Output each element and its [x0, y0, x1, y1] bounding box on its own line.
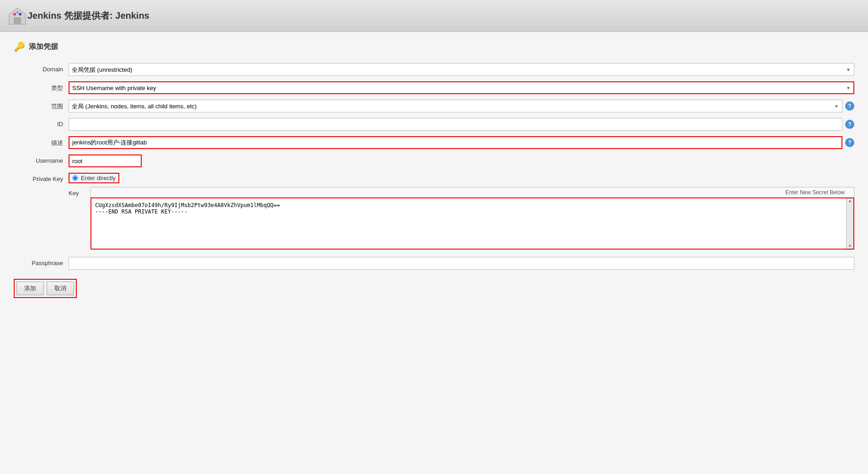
svg-point-3	[16, 11, 18, 13]
username-row: Username	[14, 154, 854, 167]
key-sublabel: Key	[69, 187, 87, 197]
svg-point-5	[16, 15, 18, 17]
jenkins-logo	[7, 6, 27, 26]
scope-select[interactable]: 全局 (Jenkins, nodes, items, all child ite…	[69, 100, 842, 112]
enter-directly-label: Enter directly	[81, 175, 116, 181]
private-key-content: Enter directly Key Enter New Secret Belo…	[69, 173, 854, 250]
id-help-button[interactable]: ?	[845, 120, 854, 129]
type-row: 类型 SSH Username with private key	[14, 81, 854, 94]
username-control	[69, 154, 854, 167]
id-label: ID	[14, 118, 69, 128]
page-header: Jenkins 凭据提供者: Jenkins	[0, 0, 868, 32]
section-heading: 🔑 添加凭据	[14, 41, 854, 52]
svg-rect-1	[14, 17, 21, 24]
type-label: 类型	[14, 81, 69, 92]
key-area-container: Enter New Secret Below ▲ ▼	[91, 187, 854, 250]
key-textarea[interactable]	[91, 198, 853, 249]
enter-new-secret-header: Enter New Secret Below	[91, 187, 854, 197]
private-key-label: Private Key	[14, 173, 69, 182]
svg-point-4	[19, 13, 21, 16]
domain-select-wrapper: 全局凭据 (unrestricted)	[69, 63, 854, 76]
id-control: ?	[69, 118, 854, 131]
enter-directly-radio[interactable]	[72, 175, 78, 181]
domain-select[interactable]: 全局凭据 (unrestricted)	[69, 63, 854, 76]
domain-control: 全局凭据 (unrestricted)	[69, 63, 854, 76]
add-button[interactable]: 添加	[16, 282, 44, 295]
enter-directly-option: Enter directly	[69, 173, 854, 183]
id-input[interactable]	[69, 118, 842, 131]
section-title: 添加凭据	[29, 42, 58, 52]
description-help-button[interactable]: ?	[845, 138, 854, 147]
username-label: Username	[14, 154, 69, 164]
id-row: ID ?	[14, 118, 854, 131]
enter-new-secret-label: Enter New Secret Below	[785, 189, 845, 196]
description-label: 描述	[14, 136, 69, 147]
passphrase-row: Passphrase	[14, 257, 854, 270]
svg-point-2	[13, 13, 16, 16]
key-sub-row: Key Enter New Secret Below ▲ ▼	[69, 187, 854, 250]
scope-row: 范围 全局 (Jenkins, nodes, items, all child …	[14, 100, 854, 112]
scope-help-button[interactable]: ?	[845, 101, 854, 111]
key-icon: 🔑	[14, 41, 25, 52]
cancel-button[interactable]: 取消	[47, 282, 74, 295]
domain-label: Domain	[14, 63, 69, 73]
scope-label: 范围	[14, 100, 69, 111]
passphrase-input[interactable]	[69, 257, 854, 270]
page-content: 🔑 添加凭据 Domain 全局凭据 (unrestricted) 类型 SSH…	[0, 32, 868, 474]
button-group: 添加 取消	[14, 279, 77, 298]
description-input[interactable]	[69, 136, 842, 149]
key-textarea-wrapper: ▲ ▼	[91, 197, 854, 250]
page-title: Jenkins 凭据提供者: Jenkins	[27, 10, 149, 22]
scroll-up-icon: ▲	[848, 199, 852, 203]
scope-select-wrapper: 全局 (Jenkins, nodes, items, all child ite…	[69, 100, 842, 112]
type-select-wrapper: SSH Username with private key	[69, 81, 854, 94]
key-scrollbar: ▲ ▼	[846, 198, 853, 249]
scroll-down-icon: ▼	[848, 244, 852, 248]
enter-directly-highlighted: Enter directly	[69, 173, 119, 183]
username-input[interactable]	[69, 154, 142, 167]
domain-row: Domain 全局凭据 (unrestricted)	[14, 63, 854, 76]
private-key-row: Private Key Enter directly Key Enter New…	[14, 173, 854, 250]
type-select[interactable]: SSH Username with private key	[69, 81, 854, 94]
passphrase-control	[69, 257, 854, 270]
button-section: 添加 取消	[14, 279, 854, 298]
passphrase-label: Passphrase	[14, 257, 69, 266]
description-row: 描述 ?	[14, 136, 854, 149]
scope-control: 全局 (Jenkins, nodes, items, all child ite…	[69, 100, 854, 112]
type-control: SSH Username with private key	[69, 81, 854, 94]
description-control: ?	[69, 136, 854, 149]
